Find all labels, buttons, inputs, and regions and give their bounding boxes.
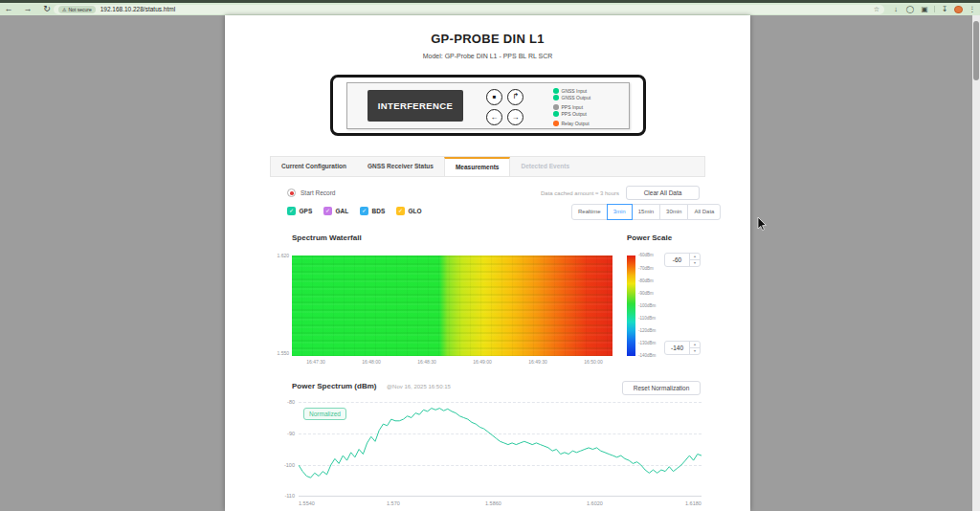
spectrum-x-tick: 1.570 (387, 500, 400, 506)
tab-measurements[interactable]: Measurements (444, 157, 511, 176)
scale-min-input[interactable]: -140 ▲ ▼ (664, 341, 701, 355)
scale-max-value[interactable]: -60 (665, 254, 689, 266)
kebab-menu-icon[interactable]: ⋮ (967, 3, 978, 15)
spectrum-x-tick: 1.6180 (685, 500, 702, 506)
stop-icon: ■ (493, 94, 497, 100)
tab-bar: Current Configuration GNSS Receiver Stat… (270, 156, 705, 177)
waterfall-x-tick: 16:48:30 (408, 359, 446, 365)
led-label: Relay Output (562, 121, 590, 126)
waterfall-plot[interactable] (292, 256, 612, 356)
gal-checkbox-icon: ✓ (323, 207, 332, 215)
downloads-tray-icon[interactable]: ↧ (939, 3, 950, 15)
left-arrow-icon: ← (491, 114, 499, 122)
power-scale-bar (627, 256, 635, 356)
led-dot-icon (553, 121, 559, 126)
device-right-button[interactable]: → (507, 109, 523, 125)
gps-checkbox-icon: ✓ (287, 207, 296, 215)
tab-detected-events[interactable]: Detected Events (510, 157, 580, 176)
led-dot-icon (553, 95, 559, 100)
gal-label: GAL (336, 208, 349, 214)
led-pps-output: PPS Output (553, 111, 587, 117)
time-range-button-group: Realtime 3min 15min 30min All Data (571, 204, 721, 220)
spectrum-y-tick: -90 (272, 431, 295, 436)
led-pps-input: PPS Input (553, 104, 583, 110)
checkbox-gal[interactable]: ✓GAL (323, 207, 348, 215)
scale-tick: -120dBm (638, 328, 656, 333)
led-gnss-output: GNSS Output (553, 95, 590, 100)
device-display: INTERFERENCE (368, 90, 463, 122)
waterfall-y-min: 1.550 (266, 350, 289, 356)
profile-ring-icon[interactable]: ◯ (904, 3, 916, 15)
waterfall-x-tick: 16:50:00 (574, 359, 612, 365)
page-title: GP-PROBE DIN L1 (225, 32, 750, 46)
bds-checkbox-icon: ✓ (360, 207, 368, 215)
spinner-up-icon[interactable]: ▲ (690, 254, 700, 260)
bds-label: BDS (372, 208, 386, 214)
side-panel-icon[interactable]: ▣ (919, 3, 930, 15)
device-left-button[interactable]: ← (486, 109, 502, 125)
led-relay-output: Relay Output (553, 121, 590, 126)
led-dot-icon (553, 111, 559, 117)
security-badge[interactable]: ⚠ Not secure (58, 6, 96, 13)
back-icon[interactable]: ← (2, 3, 15, 15)
led-dot-icon (553, 88, 559, 94)
device-stop-button[interactable]: ■ (486, 89, 502, 105)
led-label: PPS Output (562, 111, 587, 117)
device-turn-button[interactable]: ↱ (507, 89, 523, 105)
scrollbar-thumb[interactable] (973, 21, 979, 80)
spectrum-x-tick: 1.5860 (485, 500, 501, 506)
spinner-down-icon[interactable]: ▼ (690, 348, 700, 354)
reload-icon[interactable]: ↻ (40, 3, 54, 15)
waterfall-title: Spectrum Waterfall (292, 233, 362, 242)
toolbar-divider (934, 6, 935, 12)
gps-label: GPS (300, 208, 313, 214)
waterfall-x-tick: 16:49:30 (519, 359, 557, 365)
spectrum-timestamp: @Nov 16, 2025 16:50:15 (387, 384, 451, 389)
range-alldata-button[interactable]: All Data (687, 204, 721, 220)
waterfall-x-tick: 16:48:00 (352, 359, 390, 365)
scale-tick: -80dBm (638, 278, 654, 283)
checkbox-glo[interactable]: ✓GLO (396, 207, 422, 215)
glo-label: GLO (409, 208, 422, 214)
range-3min-button[interactable]: 3min (607, 204, 633, 220)
led-label: GNSS Output (562, 95, 591, 100)
spectrum-x-tick: 1.5540 (299, 500, 315, 506)
reset-normalization-button[interactable]: Reset Normalization (622, 381, 701, 395)
led-dot-icon (553, 104, 559, 110)
glo-checkbox-icon: ✓ (396, 207, 405, 215)
scrollbar-track[interactable] (972, 15, 980, 511)
url-text: 192.168.10.228/status.html (100, 6, 175, 12)
browser-window: ← → ↻ ⚠ Not secure 192.168.10.228/status… (0, 0, 980, 511)
spectrum-line (299, 402, 702, 497)
address-bar[interactable]: ⚠ Not secure 192.168.10.228/status.html … (54, 5, 884, 15)
tab-current-configuration[interactable]: Current Configuration (271, 157, 357, 176)
clear-all-data-button[interactable]: Clear All Data (626, 186, 700, 200)
warning-icon: ⚠ (62, 6, 66, 13)
bookmark-star-icon[interactable]: ☆ (874, 6, 880, 13)
range-realtime-button[interactable]: Realtime (571, 204, 608, 220)
scale-tick: -110dBm (638, 316, 656, 321)
range-30min-button[interactable]: 30min (659, 204, 688, 220)
spectrum-y-tick: -80 (272, 399, 295, 405)
cache-info-text: Data cached amount ≈ 3 hours (512, 190, 619, 196)
led-label: GNSS Input (562, 88, 588, 94)
spinner-down-icon[interactable]: ▼ (690, 260, 700, 266)
normalized-badge: Normalized (303, 408, 346, 420)
spinner: ▲ ▼ (689, 254, 700, 266)
scale-min-value[interactable]: -140 (665, 342, 689, 354)
range-15min-button[interactable]: 15min (632, 204, 660, 220)
start-record-label: Start Record (301, 189, 336, 196)
checkbox-bds[interactable]: ✓BDS (360, 207, 385, 215)
scale-tick: -60dBm (638, 253, 654, 257)
forward-icon[interactable]: → (21, 3, 34, 15)
spectrum-chart[interactable] (299, 402, 702, 497)
spinner-up-icon[interactable]: ▲ (690, 342, 700, 348)
checkbox-gps[interactable]: ✓GPS (287, 207, 312, 215)
turn-arrow-icon: ↱ (512, 93, 519, 100)
download-status-icon[interactable]: ↓ (890, 3, 902, 15)
scale-max-input[interactable]: -60 ▲ ▼ (664, 253, 701, 267)
tab-gnss-receiver-status[interactable]: GNSS Receiver Status (357, 157, 444, 176)
profile-avatar[interactable] (954, 6, 963, 14)
scale-tick: -140dBm (638, 353, 656, 358)
start-record-button[interactable] (287, 189, 296, 197)
